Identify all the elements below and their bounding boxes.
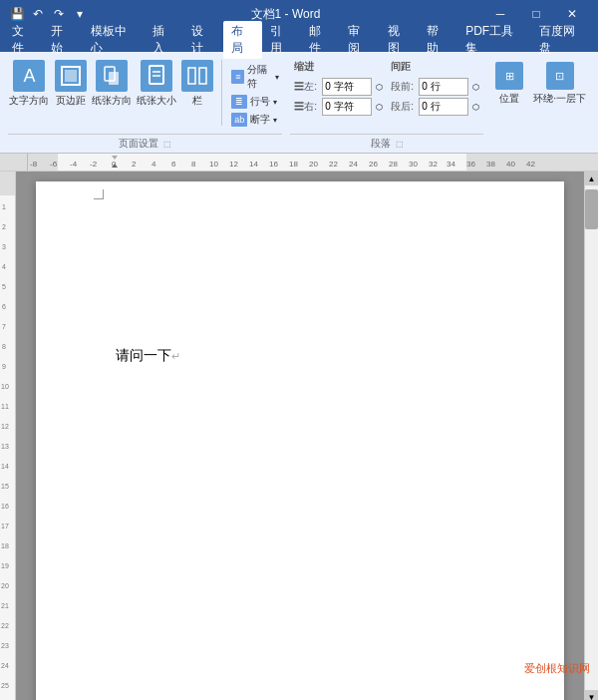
page-content[interactable]: 请问一下↵ word125 倍行距↵ bbox=[116, 221, 504, 700]
line-number-btn[interactable]: ≣ 行号 ▾ bbox=[228, 94, 282, 110]
menu-mailing[interactable]: 邮件 bbox=[301, 21, 340, 59]
ruler-left-margin bbox=[0, 154, 28, 171]
svg-text:17: 17 bbox=[1, 523, 9, 529]
columns-btn[interactable]: 栏 bbox=[179, 58, 215, 110]
wrap-btn[interactable]: ⊡ 环绕·一层下 bbox=[529, 60, 590, 149]
margins-btn[interactable]: 页边距 bbox=[53, 58, 89, 110]
svg-text:2: 2 bbox=[2, 223, 6, 230]
vertical-ruler: 1 2 3 4 5 6 7 8 9 10 11 12 13 14 15 16 1… bbox=[0, 172, 16, 700]
text-line[interactable] bbox=[116, 433, 504, 455]
document-page[interactable]: 请问一下↵ word125 倍行距↵ bbox=[36, 181, 564, 700]
menu-bar: 文件 开始 模板中心 插入 设计 布局 引用 邮件 审阅 视图 帮助 PDF工具… bbox=[0, 28, 598, 52]
svg-text:24: 24 bbox=[349, 160, 358, 169]
text-line[interactable] bbox=[116, 521, 504, 542]
indent-right-row: ☰右: ⬡ bbox=[294, 98, 383, 116]
window-title: 文档1 - Word bbox=[89, 6, 482, 23]
svg-text:18: 18 bbox=[1, 542, 9, 549]
text-line[interactable] bbox=[116, 367, 504, 389]
svg-text:11: 11 bbox=[1, 403, 9, 410]
menu-help[interactable]: 帮助 bbox=[419, 21, 457, 59]
spacing-after-spin[interactable]: ⬡ bbox=[472, 103, 479, 112]
scroll-track[interactable] bbox=[585, 185, 598, 690]
svg-text:10: 10 bbox=[209, 160, 218, 169]
svg-text:20: 20 bbox=[1, 582, 9, 589]
text-direction-icon: A bbox=[13, 60, 45, 92]
spacing-controls: 间距 段前: ⬡ 段后: ⬡ bbox=[391, 60, 479, 128]
text-direction-btn[interactable]: A 文字方向 bbox=[8, 58, 51, 110]
svg-text:18: 18 bbox=[289, 160, 298, 169]
orientation-label: 纸张方向 bbox=[92, 94, 132, 108]
vertical-scrollbar[interactable]: ▲ ▼ bbox=[584, 172, 598, 700]
menu-view[interactable]: 视图 bbox=[380, 21, 419, 59]
menu-home[interactable]: 开始 bbox=[43, 21, 82, 59]
indent-left-spin[interactable]: ⬡ bbox=[376, 83, 383, 92]
spacing-before-input[interactable] bbox=[419, 78, 468, 96]
menu-design[interactable]: 设计 bbox=[183, 21, 222, 59]
columns-icon bbox=[181, 60, 213, 92]
svg-text:2: 2 bbox=[132, 160, 137, 169]
svg-rect-4 bbox=[150, 66, 163, 84]
pilcrow1: ↵ bbox=[171, 350, 180, 362]
text-line[interactable] bbox=[116, 389, 504, 411]
hyphenation-label: 断字 bbox=[250, 113, 270, 127]
page-setup-label: 页面设置 ⬚ bbox=[8, 134, 282, 151]
paper-size-btn[interactable]: 纸张大小 bbox=[136, 58, 178, 110]
text-line[interactable] bbox=[116, 499, 504, 521]
spacing-after-input[interactable] bbox=[419, 98, 468, 116]
menu-template[interactable]: 模板中心 bbox=[83, 21, 146, 59]
menu-layout[interactable]: 布局 bbox=[223, 21, 262, 59]
paper-size-icon bbox=[141, 60, 172, 92]
svg-text:12: 12 bbox=[1, 423, 9, 430]
scroll-up-btn[interactable]: ▲ bbox=[585, 172, 598, 185]
line-number-arrow: ▾ bbox=[273, 98, 277, 107]
svg-text:1: 1 bbox=[2, 203, 6, 210]
indent-right-spin[interactable]: ⬡ bbox=[376, 103, 383, 112]
paragraph-expand-icon[interactable]: ⬚ bbox=[396, 140, 404, 149]
text-line[interactable] bbox=[116, 586, 504, 608]
svg-text:38: 38 bbox=[486, 160, 495, 169]
page-scroll-area[interactable]: 请问一下↵ word125 倍行距↵ bbox=[16, 172, 584, 700]
menu-pdf[interactable]: PDF工具集 bbox=[457, 21, 531, 59]
svg-text:32: 32 bbox=[429, 160, 438, 169]
watermark: 爱创根知识网 bbox=[524, 661, 590, 676]
indent-controls: 缩进 ☰左: ⬡ ☰右: ⬡ bbox=[294, 60, 383, 128]
scroll-down-btn[interactable]: ▼ bbox=[585, 690, 598, 700]
page-setup-expand-icon[interactable]: ⬚ bbox=[163, 140, 171, 149]
position-icon: ⊞ bbox=[495, 62, 523, 90]
spacing-after-label: 段后: bbox=[391, 100, 415, 114]
menu-insert[interactable]: 插入 bbox=[145, 21, 183, 59]
indent-right-input[interactable] bbox=[322, 98, 372, 116]
scroll-thumb[interactable] bbox=[585, 189, 598, 229]
ruler-marks: -8 -6 -4 -2 0 2 4 6 8 10 12 14 16 18 20 … bbox=[28, 154, 598, 171]
ribbon-page-buttons: A 文字方向 页边距 纸张方向 bbox=[8, 56, 282, 130]
orientation-btn[interactable]: 纸张方向 bbox=[91, 58, 134, 110]
svg-text:5: 5 bbox=[2, 283, 6, 290]
menu-file[interactable]: 文件 bbox=[4, 21, 43, 59]
svg-text:4: 4 bbox=[151, 160, 156, 169]
spacing-before-row: 段前: ⬡ bbox=[391, 78, 479, 96]
separator-btn[interactable]: ≡ 分隔符 ▾ bbox=[228, 62, 282, 92]
text-line[interactable] bbox=[116, 221, 504, 243]
hyphenation-btn[interactable]: ab 断字 ▾ bbox=[228, 112, 282, 128]
text-line[interactable] bbox=[116, 411, 504, 433]
text-line[interactable] bbox=[116, 608, 504, 630]
menu-references[interactable]: 引用 bbox=[262, 21, 301, 59]
svg-text:12: 12 bbox=[229, 160, 238, 169]
text-line[interactable] bbox=[116, 455, 504, 477]
menu-review[interactable]: 审阅 bbox=[340, 21, 379, 59]
ribbon-divider1 bbox=[221, 60, 222, 126]
indent-left-input[interactable] bbox=[322, 78, 372, 96]
spacing-before-spin[interactable]: ⬡ bbox=[472, 83, 479, 92]
text-line[interactable] bbox=[116, 243, 504, 265]
text-line[interactable] bbox=[116, 630, 504, 652]
position-btn[interactable]: ⊞ 位置 bbox=[491, 60, 527, 149]
svg-text:21: 21 bbox=[1, 602, 9, 609]
page-corner-mark bbox=[94, 189, 104, 199]
menu-baidu[interactable]: 百度网盘 bbox=[531, 21, 594, 59]
text-line[interactable] bbox=[116, 564, 504, 586]
text-line[interactable] bbox=[116, 542, 504, 564]
ribbon-small-group: ≡ 分隔符 ▾ ≣ 行号 ▾ ab 断字 ▾ bbox=[228, 58, 282, 128]
spacing-before-label: 段前: bbox=[391, 80, 415, 94]
text-line[interactable] bbox=[116, 477, 504, 499]
text-line-content1[interactable]: 请问一下↵ bbox=[116, 345, 504, 367]
